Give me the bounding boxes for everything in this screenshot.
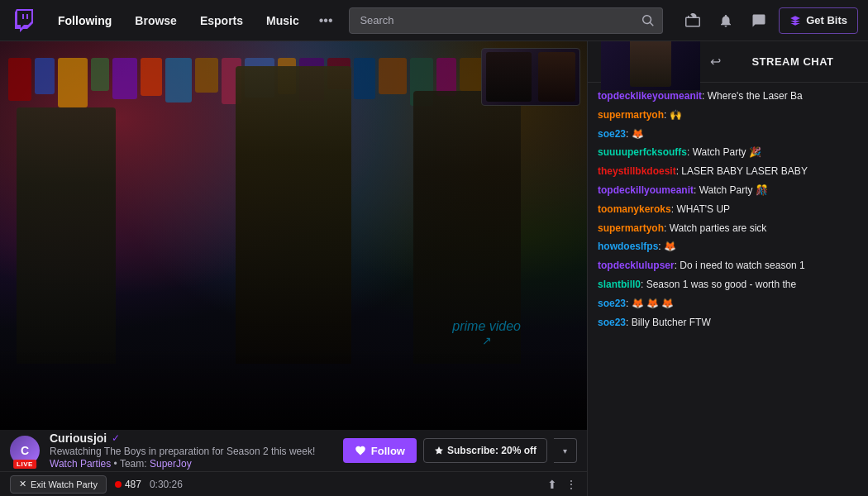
chat-header: ↩ STREAM CHAT: [588, 41, 868, 83]
treasures-icon-btn[interactable]: [680, 7, 706, 34]
chat-panel: ↩ STREAM CHAT topdecklikeyoumeanit: Wher…: [587, 41, 868, 496]
channel-actions: Follow Subscribe: 20% off ▾: [343, 438, 577, 463]
team-link[interactable]: SuperJoy: [150, 458, 192, 470]
viewer-count: 487: [115, 479, 141, 490]
more-options-icon[interactable]: ⋮: [565, 478, 577, 491]
figure-left: [17, 107, 116, 364]
chat-messages: topdecklikeyoumeanit: Where's the Laser …: [588, 83, 868, 496]
chat-stream-thumbnail: [601, 34, 700, 90]
chat-username[interactable]: soe23: [598, 298, 626, 309]
get-bits-button[interactable]: Get Bits: [779, 7, 858, 34]
search-input[interactable]: [349, 7, 663, 34]
nav-following[interactable]: Following: [46, 0, 123, 41]
nav-browse[interactable]: Browse: [123, 0, 188, 41]
video-player[interactable]: prime video ↗: [0, 41, 587, 430]
chat-username[interactable]: slantbill0: [598, 279, 641, 290]
chat-text: Where's the Laser Ba: [708, 90, 803, 102]
chat-text: 🙌: [670, 109, 682, 121]
chat-username[interactable]: theystillbkdoesit: [598, 165, 676, 177]
nav-right-actions: Get Bits: [680, 7, 858, 34]
chat-message: slantbill0: Season 1 was so good - worth…: [598, 278, 858, 292]
chat-message: theystillbkdoesit: LASER BABY LASER BABY: [598, 165, 858, 179]
floor-gradient: [0, 347, 587, 430]
video-controls-row: ✕ Exit Watch Party 487 0:30:26 ⬆ ⋮: [0, 471, 587, 496]
channel-name-row: Curiousjoi ✓: [50, 432, 333, 445]
collapse-chat-icon[interactable]: ↩: [710, 54, 721, 69]
chat-message: topdecklikeyoumeanit: Where's the Laser …: [598, 89, 858, 103]
video-background: prime video ↗: [0, 41, 587, 430]
subscribe-button[interactable]: Subscribe: 20% off: [423, 438, 547, 463]
chat-message: toomanykeroks: WHAT'S UP: [598, 203, 858, 217]
chat-message: supermartyoh: Watch parties are sick: [598, 222, 858, 236]
prime-video-watermark: prime video ↗: [452, 319, 521, 347]
channel-avatar[interactable]: C LIVE: [10, 436, 40, 465]
chat-username[interactable]: topdecklulupser: [598, 260, 675, 271]
nav-music[interactable]: Music: [255, 0, 311, 41]
chat-message: topdecklulupser: Do i need to watch seas…: [598, 259, 858, 273]
pip-person-left: [486, 52, 532, 102]
chat-text: Season 1 was so good - worth the: [646, 279, 796, 290]
channel-info-row: C LIVE Curiousjoi ✓ Rewatching The Boys …: [0, 430, 587, 471]
chat-message: soe23: 🦊 🦊 🦊: [598, 297, 858, 311]
chat-message: soe23: 🦊: [598, 127, 858, 141]
chat-title: STREAM CHAT: [731, 55, 855, 68]
stream-timestamp: 0:30:26: [150, 479, 183, 490]
chat-message: suuuuperfcksouffs: Watch Party 🎉: [598, 145, 858, 160]
notifications-icon-btn[interactable]: [713, 7, 739, 34]
pip-thumbnail: [481, 48, 580, 106]
chat-text: Billy Butcher FTW: [632, 317, 711, 328]
channel-name[interactable]: Curiousjoi: [50, 432, 107, 445]
nav-more-btn[interactable]: •••: [311, 0, 341, 41]
chat-text: 🦊: [664, 241, 676, 252]
channel-text: Curiousjoi ✓ Rewatching The Boys in prep…: [50, 432, 333, 470]
figure-center: [236, 66, 351, 364]
chat-text: Watch parties are sick: [670, 222, 767, 234]
chat-username[interactable]: soe23: [598, 317, 626, 328]
channel-desc: Rewatching The Boys in preparation for S…: [50, 446, 333, 457]
nav-esports[interactable]: Esports: [188, 0, 255, 41]
chat-text: LASER BABY LASER BABY: [681, 165, 808, 177]
chat-message: topdeckillyoumeanit: Watch Party 🎊: [598, 184, 858, 198]
share-icon[interactable]: ⬆: [547, 478, 557, 491]
chat-username[interactable]: supermartyoh: [598, 222, 664, 234]
subscribe-dropdown-btn[interactable]: ▾: [554, 438, 577, 463]
channel-category-row: Watch Parties • Team: SuperJoy: [50, 458, 333, 470]
chat-username[interactable]: topdecklikeyoumeanit: [598, 90, 702, 102]
search-bar: [349, 7, 663, 34]
chat-username[interactable]: howdoeslfps: [598, 241, 658, 252]
chat-message: howdoeslfps: 🦊: [598, 240, 858, 254]
chat-username[interactable]: suuuuperfcksouffs: [598, 146, 687, 158]
chat-text: 🦊: [632, 128, 644, 140]
chat-username[interactable]: toomanykeroks: [598, 203, 671, 215]
nav-links: Following Browse Esports Music •••: [46, 0, 341, 41]
whispers-icon-btn[interactable]: [746, 7, 772, 34]
watch-parties-link[interactable]: Watch Parties: [50, 458, 111, 470]
video-bottom-bar: C LIVE Curiousjoi ✓ Rewatching The Boys …: [0, 430, 587, 496]
chat-message: soe23: Billy Butcher FTW: [598, 316, 858, 330]
chat-username[interactable]: supermartyoh: [598, 109, 664, 121]
verified-icon: ✓: [112, 432, 120, 444]
chat-message: supermartyoh: 🙌: [598, 108, 858, 122]
twitch-logo[interactable]: [10, 6, 40, 36]
chat-text: Watch Party 🎉: [693, 146, 761, 158]
chat-username[interactable]: topdeckillyoumeanit: [598, 184, 694, 196]
chat-username[interactable]: soe23: [598, 128, 626, 140]
chat-text: Do i need to watch season 1: [680, 260, 804, 271]
chat-text: Watch Party 🎊: [699, 184, 768, 196]
exit-watch-party-button[interactable]: ✕ Exit Watch Party: [10, 475, 107, 494]
pip-person-right: [538, 52, 575, 102]
follow-button[interactable]: Follow: [343, 438, 417, 463]
live-badge: LIVE: [13, 460, 36, 469]
top-navigation: Following Browse Esports Music ••• Get B…: [0, 0, 868, 41]
chat-text: WHAT'S UP: [676, 203, 730, 215]
chat-text: 🦊 🦊 🦊: [632, 298, 675, 309]
search-button[interactable]: [633, 7, 663, 34]
live-dot: [115, 481, 122, 488]
video-side: prime video ↗ C LIVE: [0, 41, 587, 496]
main-area: prime video ↗ C LIVE: [0, 41, 868, 496]
